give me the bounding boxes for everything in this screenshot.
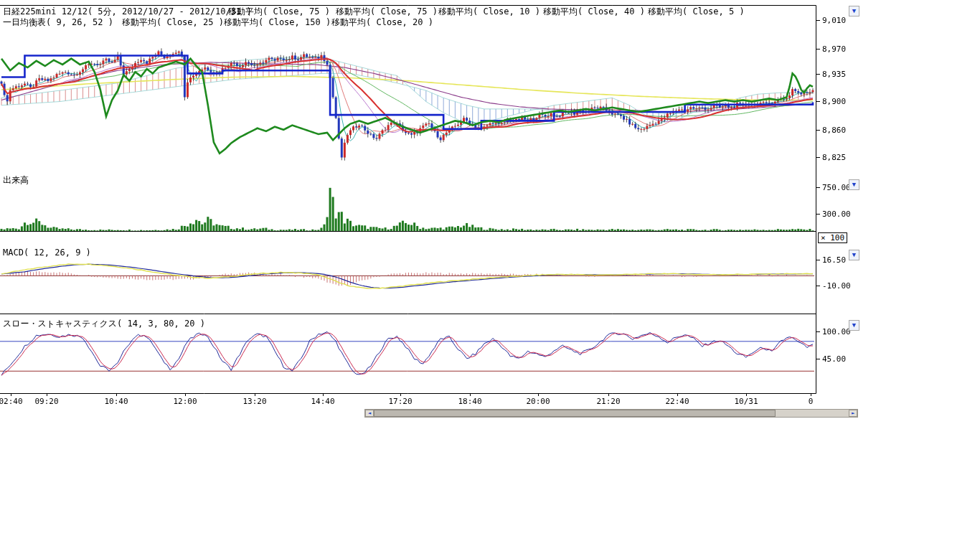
stoch-panel-dropdown-icon[interactable]: ▼ (849, 320, 859, 331)
price-axis-label: 9,010 (822, 16, 846, 25)
time-label: 20:00 (526, 397, 550, 406)
volume-panel-label: 出来高 (3, 174, 29, 187)
stoch-axis-label: 100.00 (822, 327, 851, 336)
time-label: 10/31 (734, 397, 758, 406)
stoch-axis-label: 45.00 (822, 354, 846, 364)
macd-panel-dropdown-icon[interactable]: ▼ (849, 250, 859, 260)
macd-panel-label: MACD( 12, 26, 9 ) (3, 248, 91, 258)
time-label: 0 (809, 397, 814, 406)
volume-axis-label: 750.00 (822, 183, 851, 192)
legend-ma10: 移動平均( Close, 10 ) (438, 6, 540, 18)
legend-ichimoku: 一目均衡表( 9, 26, 52 ) (3, 17, 113, 29)
volume-axis-label: 300.00 (822, 209, 851, 219)
chart-application-window: 日経225mini 12/12( 5分, 2012/10/27 - 2012/1… (0, 0, 980, 551)
time-label: 12:00 (173, 397, 197, 406)
time-label: 21:20 (596, 397, 620, 406)
price-axis-label: 8,900 (822, 97, 846, 106)
price-axis-label: 8,970 (822, 44, 846, 54)
scroll-left-icon[interactable]: ◄ (365, 410, 374, 417)
legend-ma20: 移動平均( Close, 20 ) (331, 17, 433, 29)
price-axis-label: 8,860 (822, 126, 846, 135)
time-label: 02:40 (0, 397, 23, 406)
legend-ma40: 移動平均( Close, 40 ) (543, 6, 645, 18)
horizontal-scrollbar[interactable]: ◄ ► (364, 409, 858, 418)
time-label: 14:40 (311, 397, 334, 406)
time-label: 13:20 (242, 397, 266, 406)
time-label: 09:20 (34, 397, 58, 406)
macd-axis-label: -10.00 (822, 281, 851, 291)
legend-ma150: 移動平均( Close, 150 ) (224, 17, 331, 29)
time-label: 18:40 (458, 397, 481, 406)
price-panel-dropdown-icon[interactable]: ▼ (849, 6, 859, 17)
scroll-right-icon[interactable]: ► (849, 410, 857, 417)
volume-panel-dropdown-icon[interactable]: ▼ (849, 179, 859, 190)
time-label: 17:20 (388, 397, 412, 406)
price-axis-label: 8,935 (822, 70, 846, 79)
time-label: 10:40 (104, 397, 128, 406)
macd-axis-label: 16.50 (822, 255, 846, 265)
volume-multiplier-badge: × 100 (818, 232, 847, 243)
scrollbar-thumb[interactable] (374, 410, 776, 417)
scrollbar-track[interactable] (776, 410, 849, 417)
time-label: 22:40 (665, 397, 689, 406)
legend-ma25: 移動平均( Close, 25 ) (122, 17, 224, 29)
chart-plot-area[interactable] (0, 0, 858, 418)
price-axis-label: 8,825 (822, 153, 846, 162)
stoch-panel-label: スロー・ストキャスティクス( 14, 3, 80, 20 ) (3, 318, 205, 330)
legend-ma5: 移動平均( Close, 5 ) (648, 6, 745, 18)
